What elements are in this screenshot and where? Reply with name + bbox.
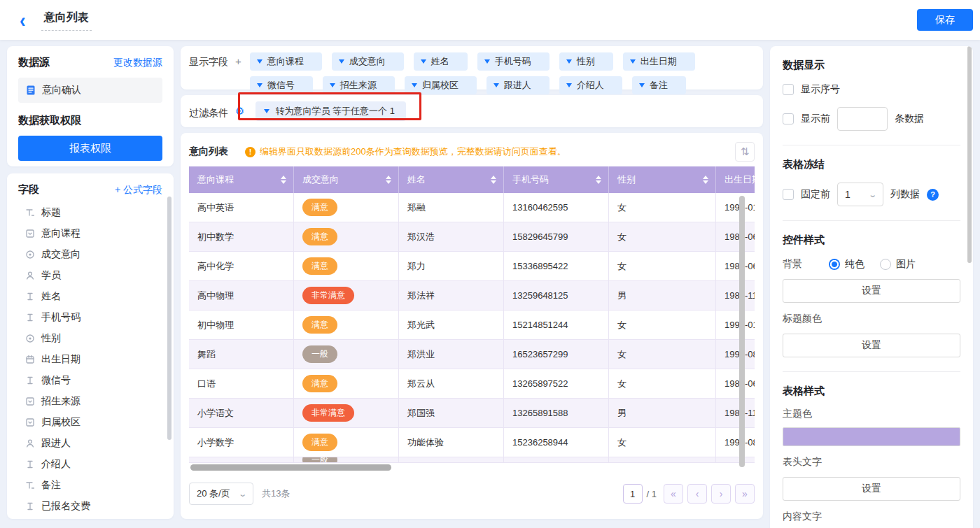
table-cell: 郑法祥 [399,281,504,311]
tag-label: 手机号码 [495,55,531,68]
field-item[interactable]: 意向课程 [18,223,162,244]
table-row: 舞蹈一般郑洪业16523657299女1993-08 [189,340,755,369]
solid-color-radio[interactable]: 纯色 [829,258,864,271]
datasource-title: 数据源 [18,56,50,69]
display-field-tag[interactable]: 微信号 [250,76,313,94]
filter-condition-text: 转为意向学员 等于任意一个 1 [275,105,394,117]
table-cell: 男 [609,281,716,311]
table-header-cell[interactable]: 意向课程 [189,166,294,193]
page-number-input[interactable]: 1 [623,484,643,504]
chevron-down-icon [330,83,335,87]
table-row: 口语满意郑云从13265897522女1981-06 [189,369,755,399]
sort-order-button[interactable]: ⇅ [735,142,755,162]
field-item[interactable]: 已报名交费 [18,496,162,517]
table-cell: 一般 [294,457,399,463]
chevron-down-icon: ⌄ [238,490,247,499]
display-field-tag[interactable]: 跟进人 [486,76,550,94]
change-datasource-link[interactable]: 更改数据源 [113,57,162,69]
table-header-cell[interactable]: 成交意向 [294,166,399,193]
header-text-set-button[interactable]: 设置 [783,477,960,501]
field-label: 标题 [41,206,61,219]
next-page-button[interactable]: › [711,484,731,504]
freeze-count-select[interactable]: 1 ⌄ [837,183,883,206]
show-first-count-input[interactable] [837,107,888,131]
column-label: 出生日期 [724,173,755,186]
field-item[interactable]: 介绍人 [18,454,162,475]
filter-settings-gear-icon[interactable]: ⚙ [235,105,244,117]
prev-page-button[interactable]: ‹ [687,484,707,504]
table-header-cell[interactable]: 性别 [609,166,716,193]
table-row: 初中数学满意郑汉浩15829645799女1981-06 [189,222,755,252]
display-field-tag[interactable]: 成交意向 [332,52,404,71]
display-field-tag[interactable]: 性别 [559,52,613,71]
radio-selected-icon [829,259,840,270]
table-cell: 郑力 [399,252,504,281]
datasource-item[interactable]: 意向确认 [18,78,162,103]
background-set-button[interactable]: 设置 [783,279,960,303]
theme-color-swatch[interactable] [783,427,960,446]
field-item[interactable]: 出生日期 [18,349,162,370]
add-formula-field-link[interactable]: + 公式字段 [115,184,162,197]
field-item[interactable]: 性别 [18,328,162,349]
page-total-text: / 1 [647,489,657,499]
data-table: 意向课程 成交意向 姓名 手机号码 性别 出生日期 高中英语满意郑融131604… [189,166,755,471]
field-item[interactable]: 微信号 [18,370,162,391]
field-item[interactable]: 跟进人 [18,433,162,454]
display-field-tag[interactable]: 姓名 [414,52,468,71]
table-cell: 小学语文 [189,399,294,428]
field-item[interactable]: 手机号码 [18,307,162,328]
field-item[interactable]: 姓名 [18,286,162,307]
display-field-tag[interactable]: 出生日期 [623,52,695,71]
field-item[interactable]: 成交意向 [18,244,162,265]
table-cell: 13265897522 [504,369,609,399]
header-text-label: 表头文字 [783,456,960,469]
tag-label: 招生来源 [340,79,377,92]
column-label: 意向课程 [197,173,276,186]
field-item[interactable]: 招生来源 [18,391,162,412]
table-cell [609,457,716,463]
back-icon[interactable]: ‹ [20,10,26,31]
status-badge: 满意 [302,228,337,245]
save-button[interactable]: 保存 [917,9,973,31]
show-first-checkbox[interactable] [783,113,794,124]
sort-asc-icon [386,176,391,179]
freeze-columns-checkbox[interactable] [783,189,794,200]
widget-style-title: 控件样式 [783,234,960,247]
image-radio[interactable]: 图片 [880,258,916,271]
field-label: 意向课程 [41,227,80,240]
display-field-tag[interactable]: 介绍人 [559,76,622,94]
chevron-down-icon [639,83,645,87]
select-icon [25,418,35,427]
field-item[interactable]: 学员 [18,265,162,286]
display-field-tag[interactable]: 招生来源 [323,76,395,94]
last-page-button[interactable]: » [735,484,755,504]
field-item[interactable]: 备注 [18,475,162,496]
panel-scrollbar[interactable] [967,46,972,263]
display-field-tag[interactable]: 备注 [632,76,686,94]
page-size-select[interactable]: 20 条/页 ⌄ [189,483,253,505]
table-cell: 一般 [294,340,399,369]
display-field-tag[interactable]: 归属校区 [405,76,477,94]
field-item[interactable]: 归属校区 [18,412,162,433]
add-display-field-button[interactable]: + [235,55,241,83]
report-permission-button[interactable]: 报表权限 [18,136,162,161]
table-header-cell[interactable]: 姓名 [399,166,504,193]
table-header-cell[interactable]: 出生日期 [716,166,755,193]
help-icon[interactable]: ? [927,189,939,201]
field-item[interactable]: 标题 [18,202,162,223]
text-icon [25,459,35,469]
table-cell [189,457,294,463]
display-field-tag[interactable]: 手机号码 [477,52,550,71]
filter-label: 过滤条件 [189,107,228,120]
filter-condition-tag[interactable]: 转为意向学员 等于任意一个 1 [255,101,405,121]
table-vertical-scrollbar[interactable] [739,196,745,467]
display-field-tag[interactable]: 意向课程 [250,52,322,71]
table-horizontal-scrollbar[interactable] [190,464,391,471]
fields-scrollbar[interactable] [167,197,172,440]
datasource-card: 数据源 更改数据源 意向确认 数据获取权限 报表权限 [7,46,174,166]
page-title[interactable]: 意向列表 [41,9,92,31]
title-color-set-button[interactable]: 设置 [783,334,960,357]
first-page-button[interactable]: « [664,484,683,504]
table-header-cell[interactable]: 手机号码 [504,166,609,193]
show-index-checkbox[interactable] [783,84,794,95]
